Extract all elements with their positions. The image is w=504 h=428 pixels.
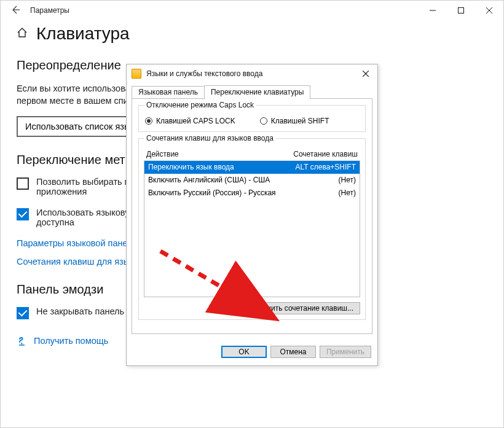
maximize-button[interactable]: [447, 1, 475, 20]
radio-capslock[interactable]: Клавишей CAPS LOCK: [145, 117, 235, 125]
radio-shift[interactable]: Клавишей SHIFT: [260, 117, 329, 125]
radio-icon: [260, 117, 267, 125]
window-title: Параметры: [30, 6, 69, 15]
svg-rect-1: [459, 8, 464, 14]
list-item[interactable]: Включить Русский (Россия) - Русская (Нет…: [144, 187, 360, 200]
checkbox-label: Позволить выбирать м приложения: [36, 177, 131, 196]
radio-label: Клавишей SHIFT: [271, 117, 329, 125]
checkbox-icon: [17, 177, 29, 190]
table-header: Действие Сочетание клавиш: [144, 150, 360, 161]
radio-icon: [145, 117, 152, 125]
dialog-icon: [132, 69, 141, 79]
ok-button[interactable]: OK: [221, 346, 267, 358]
home-icon[interactable]: [17, 27, 28, 41]
hotkey-list[interactable]: Переключить язык ввода ALT слева+SHIFT В…: [144, 161, 360, 297]
checkbox-label: Использовать языкову доступна: [36, 208, 129, 227]
col-combo: Сочетание клавиш: [293, 150, 358, 158]
tab-body: Отключение режима Caps Lock Клавишей CAP…: [132, 98, 372, 334]
dialog-title: Языки и службы текстового ввода: [146, 69, 262, 78]
list-item[interactable]: Переключить язык ввода ALT слева+SHIFT: [144, 161, 360, 174]
dialog-tabs: Языковая панель Переключение клавиатуры: [132, 85, 372, 99]
checkbox-icon: [17, 307, 29, 319]
group-legend: Отключение режима Caps Lock: [144, 101, 256, 109]
list-item[interactable]: Включить Английский (США) - США (Нет): [144, 174, 360, 187]
checkbox-icon: [17, 208, 29, 220]
hotkey-group: Сочетания клавиш для языков ввода Действ…: [138, 138, 366, 320]
close-button[interactable]: [475, 1, 503, 20]
window-titlebar: Параметры: [1, 1, 503, 20]
radio-label: Клавишей CAPS LOCK: [156, 117, 235, 125]
col-action: Действие: [146, 150, 179, 158]
tab-language-panel[interactable]: Языковая панель: [132, 86, 205, 99]
dialog-titlebar: Языки и службы текстового ввода: [127, 64, 377, 83]
change-hotkey-button[interactable]: Сменить сочетание клавиш...: [246, 302, 360, 314]
dialog-footer: OK Отмена Применить: [127, 340, 377, 365]
cancel-button[interactable]: Отмена: [270, 346, 316, 358]
group-legend: Сочетания клавиш для языков ввода: [144, 134, 276, 142]
minimize-button[interactable]: [419, 1, 447, 20]
page-title: Клавиатура: [36, 24, 130, 44]
tab-keyboard-switch[interactable]: Переключение клавиатуры: [204, 85, 310, 99]
dialog-close-button[interactable]: [358, 67, 374, 80]
help-icon: [17, 335, 28, 346]
apply-button[interactable]: Применить: [320, 346, 371, 358]
text-services-dialog: Языки и службы текстового ввода Языковая…: [126, 64, 378, 366]
back-icon[interactable]: [10, 5, 20, 17]
capslock-group: Отключение режима Caps Lock Клавишей CAP…: [138, 105, 366, 132]
